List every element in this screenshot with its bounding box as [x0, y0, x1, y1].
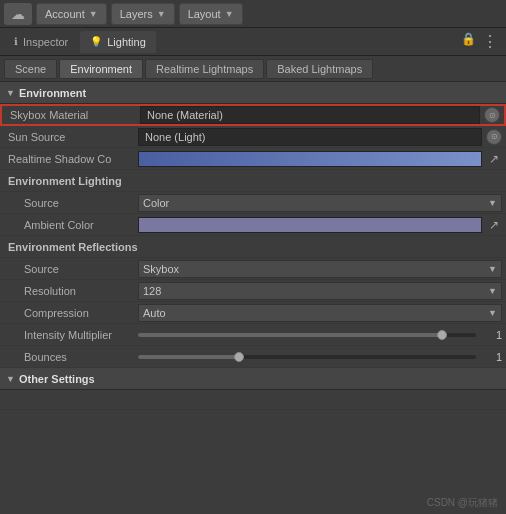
- bounces-value: 1: [482, 351, 502, 363]
- other-settings-triangle: ▼: [6, 374, 15, 384]
- content-tabs: Scene Environment Realtime Lightmaps Bak…: [0, 56, 506, 82]
- environment-collapse-triangle: ▼: [6, 88, 15, 98]
- inspector-icon: ℹ: [14, 36, 18, 47]
- compression-label: Compression: [8, 307, 138, 319]
- compression-value-container: Auto ▼: [138, 304, 502, 322]
- tab-realtime-lightmaps[interactable]: Realtime Lightmaps: [145, 59, 264, 79]
- environment-section-header[interactable]: ▼ Environment: [0, 82, 506, 104]
- lighting-source-value-container: Color ▼: [138, 194, 502, 212]
- panel-tabs: ℹ Inspector 💡 Lighting 🔒 ⋮: [0, 28, 506, 56]
- compression-dropdown[interactable]: Auto ▼: [138, 304, 502, 322]
- layers-dropdown-arrow: ▼: [157, 9, 166, 19]
- intensity-slider-fill: [138, 333, 442, 337]
- other-settings-spacer: [0, 390, 506, 410]
- ambient-color-swatch[interactable]: [138, 217, 482, 233]
- footer-credit: CSDN @玩猪猪: [419, 492, 506, 514]
- sun-source-dot-button[interactable]: ⊙: [486, 129, 502, 145]
- panel-tab-actions: 🔒 ⋮: [461, 32, 502, 51]
- reflections-source-dropdown-arrow: ▼: [488, 264, 497, 274]
- realtime-shadow-bar[interactable]: [138, 151, 482, 167]
- resolution-label: Resolution: [8, 285, 138, 297]
- other-settings-title: Other Settings: [19, 373, 95, 385]
- realtime-shadow-pick-icon[interactable]: ↗: [486, 151, 502, 167]
- resolution-dropdown-arrow: ▼: [488, 286, 497, 296]
- reflections-source-row: Source Skybox ▼: [0, 258, 506, 280]
- layout-dropdown-arrow: ▼: [225, 9, 234, 19]
- layout-label: Layout: [188, 8, 221, 20]
- intensity-row: Intensity Multiplier 1: [0, 324, 506, 346]
- resolution-value-container: 128 ▼: [138, 282, 502, 300]
- resolution-dropdown[interactable]: 128 ▼: [138, 282, 502, 300]
- bounces-value-container: 1: [138, 351, 502, 363]
- skybox-material-value-container: None (Material) ⊙: [140, 106, 500, 124]
- skybox-material-row: Skybox Material None (Material) ⊙: [0, 104, 506, 126]
- ambient-color-label: Ambient Color: [8, 219, 138, 231]
- intensity-value: 1: [482, 329, 502, 341]
- tab-lighting[interactable]: 💡 Lighting: [80, 31, 156, 53]
- lighting-source-label: Source: [8, 197, 138, 209]
- layers-button[interactable]: Layers ▼: [111, 3, 175, 25]
- sun-source-label: Sun Source: [8, 131, 138, 143]
- intensity-slider-track[interactable]: [138, 333, 476, 337]
- env-reflections-label: Environment Reflections: [0, 236, 506, 258]
- lock-icon[interactable]: 🔒: [461, 32, 476, 51]
- sun-source-field[interactable]: None (Light): [138, 128, 482, 146]
- cloud-icon[interactable]: ☁: [4, 3, 32, 25]
- reflections-source-label: Source: [8, 263, 138, 275]
- tab-environment[interactable]: Environment: [59, 59, 143, 79]
- bounces-slider-track[interactable]: [138, 355, 476, 359]
- layers-label: Layers: [120, 8, 153, 20]
- lighting-source-dropdown[interactable]: Color ▼: [138, 194, 502, 212]
- ambient-color-value-container: ↗: [138, 217, 502, 233]
- reflections-source-dropdown[interactable]: Skybox ▼: [138, 260, 502, 278]
- skybox-material-field[interactable]: None (Material): [140, 106, 480, 124]
- account-label: Account: [45, 8, 85, 20]
- inspector-label: Inspector: [23, 36, 68, 48]
- top-bar: ☁ Account ▼ Layers ▼ Layout ▼: [0, 0, 506, 28]
- bounces-slider-fill: [138, 355, 239, 359]
- realtime-shadow-value-container: ↗: [138, 151, 502, 167]
- tab-baked-lightmaps[interactable]: Baked Lightmaps: [266, 59, 373, 79]
- skybox-material-label: Skybox Material: [10, 109, 140, 121]
- sun-source-value-container: None (Light) ⊙: [138, 128, 502, 146]
- tab-inspector[interactable]: ℹ Inspector: [4, 31, 78, 53]
- realtime-shadow-row: Realtime Shadow Co ↗: [0, 148, 506, 170]
- sun-source-row: Sun Source None (Light) ⊙: [0, 126, 506, 148]
- tab-scene[interactable]: Scene: [4, 59, 57, 79]
- intensity-slider-thumb[interactable]: [437, 330, 447, 340]
- lighting-source-row: Source Color ▼: [0, 192, 506, 214]
- compression-row: Compression Auto ▼: [0, 302, 506, 324]
- env-reflections-text: Environment Reflections: [8, 241, 138, 253]
- reflections-source-value-container: Skybox ▼: [138, 260, 502, 278]
- ambient-color-pick-icon[interactable]: ↗: [486, 217, 502, 233]
- realtime-shadow-label: Realtime Shadow Co: [8, 153, 138, 165]
- main-content: ▼ Environment Skybox Material None (Mate…: [0, 82, 506, 514]
- intensity-slider-container: 1: [138, 329, 502, 341]
- bounces-slider-container: 1: [138, 351, 502, 363]
- other-settings-section[interactable]: ▼ Other Settings: [0, 368, 506, 390]
- compression-dropdown-arrow: ▼: [488, 308, 497, 318]
- account-button[interactable]: Account ▼: [36, 3, 107, 25]
- environment-title: Environment: [19, 87, 86, 99]
- lighting-source-dropdown-arrow: ▼: [488, 198, 497, 208]
- bounces-label: Bounces: [8, 351, 138, 363]
- resolution-row: Resolution 128 ▼: [0, 280, 506, 302]
- lighting-icon: 💡: [90, 36, 102, 47]
- intensity-value-container: 1: [138, 329, 502, 341]
- env-lighting-label: Environment Lighting: [0, 170, 506, 192]
- ambient-color-row: Ambient Color ↗: [0, 214, 506, 236]
- skybox-material-dot-button[interactable]: ⊙: [484, 107, 500, 123]
- bounces-row: Bounces 1: [0, 346, 506, 368]
- menu-icon[interactable]: ⋮: [482, 32, 498, 51]
- layout-button[interactable]: Layout ▼: [179, 3, 243, 25]
- account-dropdown-arrow: ▼: [89, 9, 98, 19]
- intensity-label: Intensity Multiplier: [8, 329, 138, 341]
- lighting-label: Lighting: [107, 36, 146, 48]
- bounces-slider-thumb[interactable]: [234, 352, 244, 362]
